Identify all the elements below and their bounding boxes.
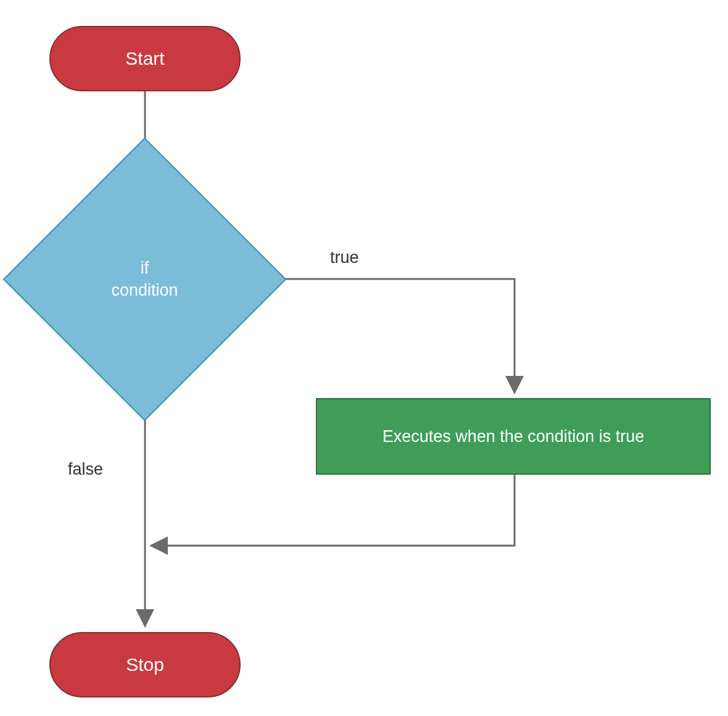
decision-label-line2: condition: [111, 280, 178, 301]
stop-label: Stop: [126, 654, 164, 675]
decision-text: if condition: [44, 179, 245, 380]
decision-label-line1: if: [141, 257, 149, 279]
start-node: Start: [49, 26, 241, 91]
edge-label-false: false: [68, 460, 103, 479]
start-label: Start: [125, 48, 164, 69]
flowchart-canvas: Start if condition true Executes when th…: [0, 0, 728, 716]
edge-label-true: true: [330, 248, 359, 267]
stop-node: Stop: [49, 632, 241, 697]
process-node: Executes when the condition is true: [316, 398, 711, 475]
decision-node: if condition: [44, 179, 245, 380]
process-label: Executes when the condition is true: [383, 427, 645, 446]
